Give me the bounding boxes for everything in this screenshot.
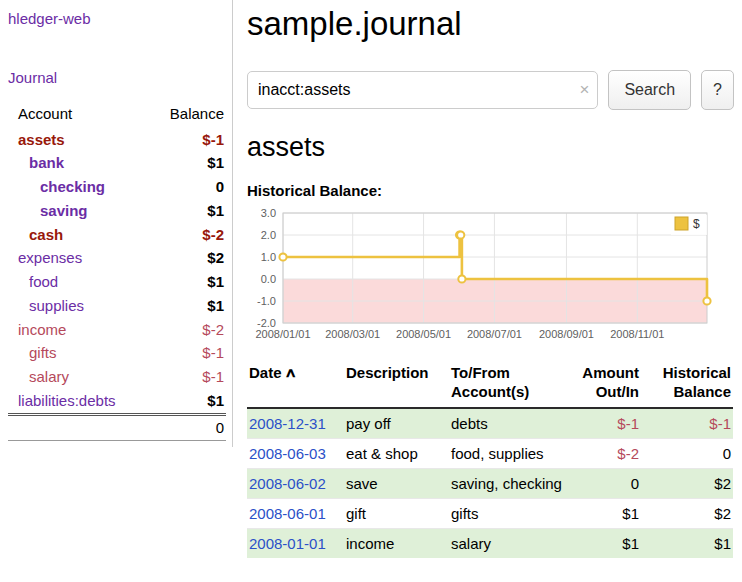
svg-text:-2.0: -2.0 — [257, 317, 276, 329]
sidebar-item-journal[interactable]: Journal — [8, 69, 226, 86]
register-header-description[interactable]: Description — [344, 361, 449, 408]
account-balance: $-1 — [143, 366, 226, 390]
register-row[interactable]: 2008-12-31 pay off debts $-1 $-1 — [247, 408, 733, 439]
account-balance: $1 — [143, 271, 226, 295]
accounts-total-balance: 0 — [143, 415, 226, 441]
svg-text:2.0: 2.0 — [261, 229, 276, 241]
account-link[interactable]: checking — [40, 178, 105, 195]
accounts-table: Account Balance assets $-1 bank $1 check… — [8, 102, 226, 441]
help-button[interactable]: ? — [701, 70, 734, 110]
accounts-header-balance: Balance — [143, 102, 226, 128]
transaction-description: eat & shop — [344, 439, 449, 469]
transaction-amount: $-2 — [569, 439, 641, 469]
account-link[interactable]: expenses — [18, 249, 82, 266]
register-row[interactable]: 2008-01-01 income salary $1 $1 — [247, 529, 733, 559]
account-link[interactable]: liabilities:debts — [18, 392, 116, 409]
historical-balance-chart[interactable]: 3.02.01.00.0-1.0-2.02008/01/012008/03/01… — [247, 205, 717, 349]
account-row: liabilities:debts $1 — [8, 389, 226, 414]
account-link[interactable]: food — [29, 273, 58, 290]
account-link[interactable]: income — [18, 321, 66, 338]
account-balance: $-1 — [143, 128, 226, 152]
transaction-amount: 0 — [569, 469, 641, 499]
accounts-total-row: 0 — [8, 415, 226, 441]
account-row: gifts $-1 — [8, 342, 226, 366]
account-row: food $1 — [8, 271, 226, 295]
search-field-wrap: × — [247, 71, 598, 109]
account-balance: $1 — [143, 199, 226, 223]
account-balance: $1 — [143, 389, 226, 414]
clear-search-icon[interactable]: × — [579, 80, 589, 100]
account-row: supplies $1 — [8, 294, 226, 318]
account-row: assets $-1 — [8, 128, 226, 152]
account-link[interactable]: saving — [40, 202, 88, 219]
search-button[interactable]: Search — [608, 70, 691, 110]
search-input[interactable] — [247, 71, 598, 109]
account-balance: $1 — [143, 294, 226, 318]
main-content: sample.journal × Search ? assets Histori… — [233, 0, 742, 558]
transaction-accounts: salary — [449, 529, 569, 559]
transaction-date-link[interactable]: 2008-06-01 — [249, 505, 326, 522]
svg-text:3.0: 3.0 — [261, 207, 276, 219]
account-balance: $-2 — [143, 318, 226, 342]
transaction-accounts: saving, checking — [449, 469, 569, 499]
account-row: expenses $2 — [8, 247, 226, 271]
account-row: checking 0 — [8, 176, 226, 200]
svg-text:2008/09/01: 2008/09/01 — [539, 328, 594, 340]
account-row: cash $-2 — [8, 223, 226, 247]
transaction-date-link[interactable]: 2008-06-03 — [249, 445, 326, 462]
account-balance: $1 — [143, 152, 226, 176]
transaction-balance: $2 — [641, 469, 733, 499]
account-row: income $-2 — [8, 318, 226, 342]
register-header-accounts[interactable]: To/FromAccount(s) — [449, 361, 569, 408]
search-bar: × Search ? — [247, 70, 734, 110]
chart-title: Historical Balance: — [247, 182, 734, 199]
transaction-balance: $2 — [641, 499, 733, 529]
svg-text:2008/05/01: 2008/05/01 — [396, 328, 451, 340]
account-link[interactable]: supplies — [29, 297, 84, 314]
register-header-date[interactable]: Date ∧ — [247, 361, 344, 408]
app-title-link[interactable]: hledger-web — [8, 10, 226, 27]
svg-text:2008/03/01: 2008/03/01 — [325, 328, 380, 340]
sidebar: hledger-web Journal Account Balance asse… — [0, 0, 233, 447]
svg-text:1.0: 1.0 — [261, 251, 276, 263]
transaction-date-link[interactable]: 2008-12-31 — [249, 415, 326, 432]
register-header-balance[interactable]: HistoricalBalance — [641, 361, 733, 408]
transaction-accounts: food, supplies — [449, 439, 569, 469]
account-balance: $-2 — [143, 223, 226, 247]
account-balance: $-1 — [143, 342, 226, 366]
transaction-description: income — [344, 529, 449, 559]
account-link[interactable]: assets — [18, 131, 65, 148]
account-balance: 0 — [143, 176, 226, 200]
account-heading: assets — [247, 132, 734, 162]
sort-ascending-icon: ∧ — [284, 363, 297, 382]
app: hledger-web Journal Account Balance asse… — [0, 0, 742, 558]
page-title: sample.journal — [247, 4, 734, 44]
register-row[interactable]: 2008-06-01 gift gifts $1 $2 — [247, 499, 733, 529]
transaction-accounts: gifts — [449, 499, 569, 529]
account-link[interactable]: cash — [29, 226, 63, 243]
account-link[interactable]: bank — [29, 154, 64, 171]
transaction-description: save — [344, 469, 449, 499]
transaction-date-link[interactable]: 2008-06-02 — [249, 475, 326, 492]
account-balance: $2 — [143, 247, 226, 271]
register-header-amount[interactable]: AmountOut/In — [569, 361, 641, 408]
account-link[interactable]: salary — [29, 368, 69, 385]
svg-text:0.0: 0.0 — [261, 273, 276, 285]
register-row[interactable]: 2008-06-03 eat & shop food, supplies $-2… — [247, 439, 733, 469]
svg-text:2008/07/01: 2008/07/01 — [467, 328, 522, 340]
account-row: bank $1 — [8, 152, 226, 176]
account-link[interactable]: gifts — [29, 344, 57, 361]
transaction-balance: $-1 — [641, 408, 733, 439]
register-row[interactable]: 2008-06-02 save saving, checking 0 $2 — [247, 469, 733, 499]
svg-text:2008/11/01: 2008/11/01 — [610, 328, 664, 340]
transaction-balance: $1 — [641, 529, 733, 559]
transaction-accounts: debts — [449, 408, 569, 439]
accounts-header-account: Account — [8, 102, 143, 128]
register-table: Date ∧ Description To/FromAccount(s) Amo… — [247, 361, 733, 558]
transaction-date-link[interactable]: 2008-01-01 — [249, 535, 326, 552]
transaction-balance: 0 — [641, 439, 733, 469]
svg-text:-1.0: -1.0 — [257, 295, 276, 307]
transaction-amount: $1 — [569, 499, 641, 529]
transaction-description: pay off — [344, 408, 449, 439]
transaction-amount: $1 — [569, 529, 641, 559]
